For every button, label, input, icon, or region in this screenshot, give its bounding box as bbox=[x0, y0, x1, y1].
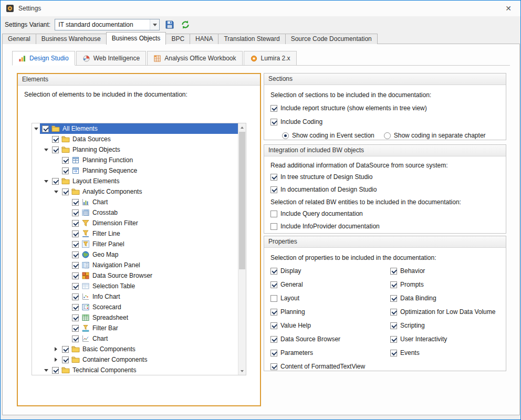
tab-translation-steward[interactable]: Translation Steward bbox=[218, 34, 285, 44]
checkbox-row-prompts[interactable]: Prompts bbox=[390, 281, 499, 288]
checkbox[interactable] bbox=[52, 367, 59, 374]
radio-row-show-coding-in-event-section[interactable]: Show coding in Event section bbox=[282, 132, 374, 139]
tree-item-body[interactable]: Planning Function bbox=[60, 155, 238, 165]
checkbox-row-content-of-formattedtextview[interactable]: Content of FormattedTextView bbox=[270, 363, 390, 370]
expander-open-icon[interactable] bbox=[52, 186, 60, 197]
close-button[interactable]: ✕ bbox=[502, 4, 515, 13]
radio-button[interactable] bbox=[384, 132, 391, 139]
tree-item-body[interactable]: Data Source Browser bbox=[70, 270, 238, 281]
subtab-web-intelligence[interactable]: Web Intelligence bbox=[76, 51, 147, 66]
tree-item-body[interactable]: Basic Components bbox=[60, 344, 238, 354]
checkbox[interactable] bbox=[72, 230, 79, 237]
checkbox-row-in-tree-structure-of-design-studio[interactable]: In tree structure of Design Studio bbox=[270, 173, 499, 181]
checkbox[interactable] bbox=[270, 322, 277, 329]
checkbox[interactable] bbox=[390, 295, 397, 302]
checkbox-row-behavior[interactable]: Behavior bbox=[390, 267, 499, 275]
tree-scrollbar[interactable] bbox=[238, 123, 246, 375]
tree-item-data-sources[interactable]: Data Sources bbox=[32, 134, 238, 144]
checkbox[interactable] bbox=[390, 268, 397, 275]
checkbox-row-include-coding[interactable]: Include Coding bbox=[270, 118, 499, 125]
checkbox[interactable] bbox=[72, 283, 79, 290]
radio-button[interactable] bbox=[282, 132, 289, 139]
tree-item-basic-components[interactable]: Basic Components bbox=[32, 344, 238, 354]
tree-item-filter-panel[interactable]: Filter Panel bbox=[32, 239, 238, 249]
tab-source-code-documentation[interactable]: Source Code Documentation bbox=[285, 34, 378, 44]
checkbox-row-events[interactable]: Events bbox=[390, 349, 499, 356]
checkbox[interactable] bbox=[270, 336, 277, 343]
tree-item-body[interactable]: Dimension Filter bbox=[70, 218, 238, 228]
tree-item-planning-sequence[interactable]: Planning Sequence bbox=[32, 165, 238, 176]
checkbox[interactable] bbox=[72, 293, 79, 300]
expander-open-icon[interactable] bbox=[32, 123, 40, 134]
checkbox[interactable] bbox=[72, 199, 79, 206]
checkbox-row-value-help[interactable]: Value Help bbox=[270, 322, 390, 329]
tree-item-planning-function[interactable]: Planning Function bbox=[32, 155, 238, 165]
tree-item-planning-objects[interactable]: Planning Objects bbox=[32, 144, 238, 155]
tree-item-scorecard[interactable]: Scorecard bbox=[32, 302, 238, 312]
scroll-up-icon[interactable] bbox=[238, 123, 246, 131]
checkbox[interactable] bbox=[270, 281, 277, 288]
checkbox-row-display[interactable]: Display bbox=[270, 267, 390, 275]
checkbox[interactable] bbox=[390, 350, 397, 356]
subtab-design-studio[interactable]: Design Studio bbox=[12, 51, 75, 66]
checkbox[interactable] bbox=[72, 251, 79, 258]
scroll-thumb[interactable] bbox=[239, 132, 245, 269]
checkbox[interactable] bbox=[270, 223, 277, 230]
checkbox[interactable] bbox=[72, 304, 79, 311]
checkbox-row-scripting[interactable]: Scripting bbox=[390, 322, 499, 329]
checkbox[interactable] bbox=[390, 336, 397, 343]
tree-item-info-chart[interactable]: Info Chart bbox=[32, 291, 238, 302]
checkbox-row-parameters[interactable]: Parameters bbox=[270, 349, 390, 356]
radio-row-show-coding-in-separate-chapter[interactable]: Show coding in separate chapter bbox=[384, 132, 486, 139]
checkbox[interactable] bbox=[62, 167, 69, 174]
tree-item-chart[interactable]: Chart bbox=[32, 197, 238, 207]
expander-open-icon[interactable] bbox=[42, 144, 50, 155]
tree-item-container-components[interactable]: Container Components bbox=[32, 354, 238, 365]
tree-item-body[interactable]: Info Chart bbox=[70, 291, 238, 302]
tab-business-warehouse[interactable]: Business Warehouse bbox=[36, 34, 107, 44]
tree-item-selection-table[interactable]: Selection Table bbox=[32, 281, 238, 291]
variant-combobox[interactable]: IT standard documentation bbox=[55, 19, 160, 30]
checkbox-row-data-source-browser[interactable]: Data Source Browser bbox=[270, 335, 390, 343]
checkbox[interactable] bbox=[72, 262, 79, 269]
expander-open-icon[interactable] bbox=[42, 176, 50, 186]
checkbox-row-in-documentation-of-design-studio[interactable]: In documentation of Design Studio bbox=[270, 186, 499, 193]
tab-general[interactable]: General bbox=[2, 34, 36, 44]
tree-item-technical-components[interactable]: Technical Components bbox=[32, 365, 238, 375]
checkbox[interactable] bbox=[270, 309, 277, 316]
checkbox[interactable] bbox=[270, 363, 277, 370]
tab-hana[interactable]: HANA bbox=[190, 34, 218, 44]
tree-item-data-source-browser[interactable]: Data Source Browser bbox=[32, 270, 238, 281]
tree-item-body[interactable]: Layout Elements bbox=[50, 176, 238, 186]
checkbox[interactable] bbox=[72, 209, 79, 216]
checkbox-row-layout[interactable]: Layout bbox=[270, 295, 390, 302]
checkbox[interactable] bbox=[390, 309, 397, 316]
refresh-icon[interactable] bbox=[180, 19, 191, 30]
tree-item-body[interactable]: Filter Panel bbox=[70, 239, 238, 249]
checkbox[interactable] bbox=[72, 272, 79, 279]
tree-item-body[interactable]: Chart bbox=[70, 333, 238, 344]
checkbox[interactable] bbox=[72, 335, 79, 342]
tab-bpc[interactable]: BPC bbox=[165, 34, 190, 44]
checkbox[interactable] bbox=[390, 281, 397, 288]
tree-item-chart[interactable]: Chart bbox=[32, 333, 238, 344]
tree-item-navigation-panel[interactable]: Navigation Panel bbox=[32, 260, 238, 270]
tree-item-layout-elements[interactable]: Layout Elements bbox=[32, 176, 238, 186]
tree-item-filter-line[interactable]: Filter Line bbox=[32, 228, 238, 239]
save-icon[interactable] bbox=[164, 19, 175, 30]
checkbox[interactable] bbox=[52, 178, 59, 185]
tree-item-crosstab[interactable]: Crosstab bbox=[32, 207, 238, 218]
checkbox-row-include-infoprovider-documentation[interactable]: Include InfoProvider documentation bbox=[270, 223, 499, 230]
checkbox[interactable] bbox=[52, 136, 59, 143]
checkbox[interactable] bbox=[270, 174, 277, 181]
checkbox-row-include-report-structure-show-elements-in-tree-view[interactable]: Include report structure (show elements … bbox=[270, 104, 499, 112]
tree-item-body[interactable]: Geo Map bbox=[70, 249, 238, 260]
checkbox-row-planning[interactable]: Planning bbox=[270, 308, 390, 316]
tree-item-geo-map[interactable]: Geo Map bbox=[32, 249, 238, 260]
checkbox[interactable] bbox=[270, 211, 277, 217]
tree-item-body[interactable]: Scorecard bbox=[70, 302, 238, 312]
tree-item-analytic-components[interactable]: Analytic Components bbox=[32, 186, 238, 197]
checkbox[interactable] bbox=[270, 105, 277, 112]
checkbox[interactable] bbox=[72, 241, 79, 248]
checkbox[interactable] bbox=[72, 220, 79, 227]
